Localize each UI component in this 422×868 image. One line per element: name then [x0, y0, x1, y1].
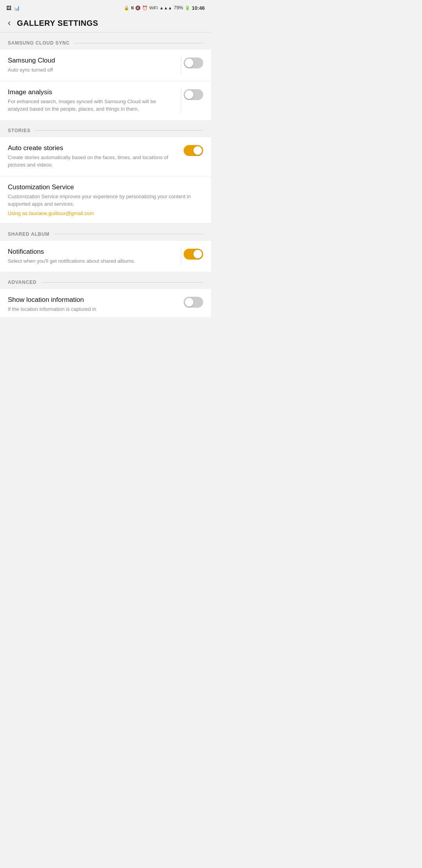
notifications-toggle-knob	[193, 250, 202, 258]
image-analysis-item: Image analysis For enhanced search, imag…	[0, 81, 211, 120]
notifications-desc: Select when you'll get notifications abo…	[8, 257, 173, 265]
app-bar: ‹ GALLERY SETTINGS	[0, 14, 211, 32]
image-analysis-title: Image analysis	[8, 88, 173, 96]
image-analysis-toggle[interactable]	[184, 89, 203, 100]
image-analysis-desc: For enhanced search, images synced with …	[8, 98, 173, 113]
mute-icon: 🔇	[135, 5, 141, 11]
status-bar: 🖼 📊 🔒 N 🔇 ⏰ WiFi ▲▲▲ 79% 🔋 10:46	[0, 0, 211, 14]
section-divider-line	[74, 43, 203, 43]
section-label-cloud-sync: SAMSUNG CLOUD SYNC	[8, 40, 70, 46]
stories-group: Auto create stories Create stories autom…	[0, 137, 211, 224]
auto-create-stories-toggle-wrapper	[183, 144, 203, 156]
auto-create-stories-toggle[interactable]	[184, 145, 203, 156]
advanced-group: Show location information If the locatio…	[0, 289, 211, 317]
signal-icon: ▲▲▲	[159, 5, 172, 10]
section-shared-album: SHARED ALBUM	[0, 224, 211, 241]
show-location-toggle-knob	[185, 298, 193, 307]
nfc-icon: N	[131, 5, 134, 11]
battery-percentage: 79%	[174, 5, 183, 11]
samsung-cloud-sync-group: Samsung Cloud Auto sync turned off Image…	[0, 50, 211, 120]
customization-service-link[interactable]: Using as lauriane.guilloux@gmail.com	[8, 210, 197, 216]
samsung-cloud-toggle-knob	[185, 59, 193, 67]
shared-album-group: Notifications Select when you'll get not…	[0, 241, 211, 272]
vertical-divider	[181, 57, 181, 74]
samsung-cloud-toggle[interactable]	[184, 57, 203, 68]
image-analysis-text: Image analysis For enhanced search, imag…	[8, 88, 179, 113]
show-location-item: Show location information If the locatio…	[0, 289, 211, 317]
customization-service-title: Customization Service	[8, 183, 197, 191]
section-shared-album-line	[54, 234, 204, 234]
battery-icon: 🔋	[185, 5, 190, 11]
section-label-stories: STORIES	[8, 128, 30, 133]
notifications-item: Notifications Select when you'll get not…	[0, 241, 211, 272]
section-label-shared-album: SHARED ALBUM	[8, 231, 50, 237]
customization-service-text: Customization Service Customization Serv…	[8, 183, 203, 216]
page-title: GALLERY SETTINGS	[17, 19, 98, 28]
status-left-icons: 🖼 📊	[6, 5, 20, 11]
image-analysis-toggle-wrapper	[183, 88, 203, 100]
samsung-cloud-title: Samsung Cloud	[8, 57, 173, 65]
alarm-icon: ⏰	[142, 5, 148, 11]
show-location-toggle-wrapper	[183, 296, 203, 308]
samsung-cloud-item: Samsung Cloud Auto sync turned off	[0, 50, 211, 81]
chart-status-icon: 📊	[14, 5, 20, 11]
auto-create-stories-item: Auto create stories Create stories autom…	[0, 137, 211, 176]
notifications-toggle[interactable]	[184, 249, 203, 260]
samsung-cloud-text: Samsung Cloud Auto sync turned off	[8, 57, 179, 74]
back-button[interactable]: ‹	[8, 18, 11, 28]
vertical-divider-2	[181, 88, 181, 113]
auto-create-stories-title: Auto create stories	[8, 144, 177, 152]
clock: 10:46	[192, 5, 205, 11]
show-location-title: Show location information	[8, 296, 177, 304]
auto-create-stories-toggle-knob	[193, 146, 202, 155]
show-location-desc: If the location information is captured …	[8, 305, 177, 313]
section-stories: STORIES	[0, 120, 211, 137]
samsung-cloud-toggle-wrapper	[183, 57, 203, 68]
vertical-divider-3	[181, 248, 181, 265]
notifications-text: Notifications Select when you'll get not…	[8, 248, 179, 265]
samsung-cloud-desc: Auto sync turned off	[8, 66, 173, 74]
auto-create-stories-desc: Create stories automatically based on th…	[8, 154, 177, 169]
show-location-toggle[interactable]	[184, 297, 203, 308]
section-advanced-line	[41, 282, 203, 283]
auto-create-stories-text: Auto create stories Create stories autom…	[8, 144, 183, 169]
lock-icon: 🔒	[124, 5, 129, 11]
customization-service-desc: Customization Service improves your expe…	[8, 193, 197, 208]
section-advanced: ADVANCED	[0, 272, 211, 289]
wifi-icon: WiFi	[149, 5, 158, 10]
notifications-toggle-wrapper	[183, 248, 203, 260]
section-label-advanced: ADVANCED	[8, 280, 37, 285]
image-status-icon: 🖼	[6, 5, 11, 11]
status-right-icons: 🔒 N 🔇 ⏰ WiFi ▲▲▲ 79% 🔋 10:46	[124, 5, 205, 11]
notifications-title: Notifications	[8, 248, 173, 256]
customization-service-item: Customization Service Customization Serv…	[0, 176, 211, 224]
image-analysis-toggle-knob	[185, 90, 193, 99]
show-location-text: Show location information If the locatio…	[8, 296, 183, 313]
section-stories-line	[35, 130, 203, 131]
section-samsung-cloud-sync: SAMSUNG CLOUD SYNC	[0, 32, 211, 50]
